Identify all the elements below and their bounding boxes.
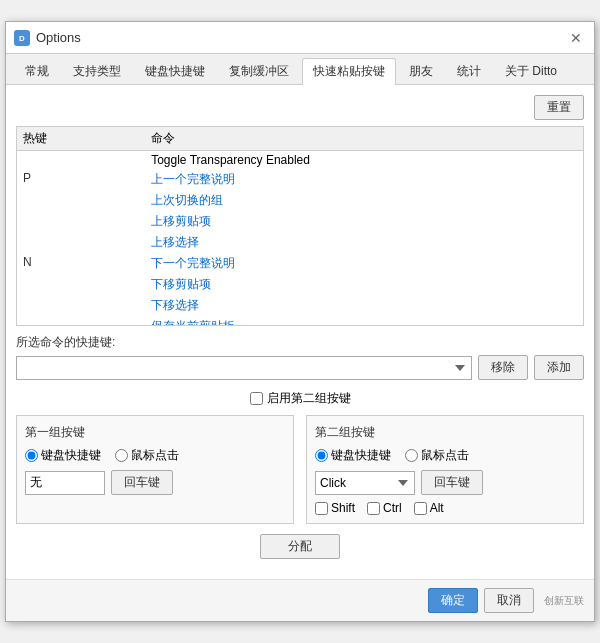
group2-enter-button[interactable]: 回车键 [421,470,483,495]
main-window: D Options ✕ 常规 支持类型 键盘快捷键 复制缓冲区 快速粘贴按键 朋… [5,21,595,622]
shortcut-row: 移除 添加 [16,355,584,380]
hotkey-table: 热键 命令 Toggle Transparency EnabledP上一个完整说… [17,127,583,326]
group1-radio-row: 键盘快捷键 鼠标点击 [25,447,285,464]
title-bar: D Options ✕ [6,22,594,54]
group1-radio-keyboard[interactable]: 键盘快捷键 [25,447,101,464]
selected-shortcut-label: 所选命令的快捷键: [16,334,584,351]
table-row[interactable]: P上一个完整说明 [17,169,583,190]
reset-button[interactable]: 重置 [534,95,584,120]
tab-copy-buffer[interactable]: 复制缓冲区 [218,58,300,84]
hotkey-cell [17,274,145,295]
group2-alt-text: Alt [430,501,444,515]
group1-radio-keyboard-input[interactable] [25,449,38,462]
group2-keyboard-label: 键盘快捷键 [331,447,391,464]
group1-enter-button[interactable]: 回车键 [111,470,173,495]
hotkey-cell: N [17,253,145,274]
assign-row: 分配 [16,534,584,559]
tab-support-types[interactable]: 支持类型 [62,58,132,84]
hotkey-table-container[interactable]: 热键 命令 Toggle Transparency EnabledP上一个完整说… [16,126,584,326]
group1-input-row: 回车键 [25,470,285,495]
group2-shift-checkbox[interactable] [315,502,328,515]
command-cell: 上移选择 [145,232,583,253]
assign-button[interactable]: 分配 [260,534,340,559]
enable-second-group-label[interactable]: 启用第二组按键 [267,390,351,407]
group2-ctrl-text: Ctrl [383,501,402,515]
group2-shift-text: Shift [331,501,355,515]
hotkey-cell [17,295,145,316]
command-cell: 上一个完整说明 [145,169,583,190]
tab-about[interactable]: 关于 Ditto [494,58,568,84]
tab-keyboard-shortcuts[interactable]: 键盘快捷键 [134,58,216,84]
group2-box: 第二组按键 键盘快捷键 鼠标点击 Click 回车键 [306,415,584,524]
group1-radio-mouse-input[interactable] [115,449,128,462]
cancel-button[interactable]: 取消 [484,588,534,613]
group2-alt-label[interactable]: Alt [414,501,444,515]
tab-quick-paste[interactable]: 快速粘贴按键 [302,58,396,85]
group1-title: 第一组按键 [25,424,285,441]
shortcut-select[interactable] [16,356,472,380]
col-header-command: 命令 [145,127,583,151]
table-row[interactable]: 上移剪贴项 [17,211,583,232]
remove-button[interactable]: 移除 [478,355,528,380]
hotkey-cell: P [17,169,145,190]
command-cell: 下移选择 [145,295,583,316]
tab-friends[interactable]: 朋友 [398,58,444,84]
col-header-hotkey: 热键 [17,127,145,151]
command-cell: 下一个完整说明 [145,253,583,274]
command-cell: 下移剪贴项 [145,274,583,295]
toolbar-row: 重置 [16,95,584,120]
hotkey-cell [17,151,145,170]
group1-radio-mouse[interactable]: 鼠标点击 [115,447,179,464]
table-row[interactable]: Toggle Transparency Enabled [17,151,583,170]
command-cell: 上次切换的组 [145,190,583,211]
group2-radio-keyboard[interactable]: 键盘快捷键 [315,447,391,464]
command-cell: Toggle Transparency Enabled [145,151,583,170]
title-bar-left: D Options [14,30,81,46]
tab-content: 重置 热键 命令 Toggle Transparency EnabledP上一个… [6,85,594,579]
hotkey-cell [17,316,145,326]
app-icon: D [14,30,30,46]
group2-radio-row: 键盘快捷键 鼠标点击 [315,447,575,464]
group2-checkboxes: Shift Ctrl Alt [315,501,575,515]
hotkey-cell [17,232,145,253]
command-cell: 保存当前剪贴板 [145,316,583,326]
window-title: Options [36,30,81,45]
table-row[interactable]: 上移选择 [17,232,583,253]
table-row[interactable]: 保存当前剪贴板 [17,316,583,326]
table-row[interactable]: 上次切换的组 [17,190,583,211]
group1-box: 第一组按键 键盘快捷键 鼠标点击 回车键 [16,415,294,524]
svg-text:D: D [19,34,25,43]
hotkey-cell [17,190,145,211]
tab-stats[interactable]: 统计 [446,58,492,84]
group2-ctrl-checkbox[interactable] [367,502,380,515]
hotkey-cell [17,211,145,232]
table-row[interactable]: 下移选择 [17,295,583,316]
ok-button[interactable]: 确定 [428,588,478,613]
group2-title: 第二组按键 [315,424,575,441]
tab-general[interactable]: 常规 [14,58,60,84]
group2-alt-checkbox[interactable] [414,502,427,515]
group2-radio-keyboard-input[interactable] [315,449,328,462]
group2-radio-mouse-input[interactable] [405,449,418,462]
groups-container: 第一组按键 键盘快捷键 鼠标点击 回车键 [16,415,584,524]
tab-bar: 常规 支持类型 键盘快捷键 复制缓冲区 快速粘贴按键 朋友 统计 关于 Ditt… [6,54,594,85]
group1-keyboard-label: 键盘快捷键 [41,447,101,464]
group2-shift-label[interactable]: Shift [315,501,355,515]
table-row[interactable]: 下移剪贴项 [17,274,583,295]
close-button[interactable]: ✕ [566,28,586,48]
group2-mouse-label: 鼠标点击 [421,447,469,464]
add-button[interactable]: 添加 [534,355,584,380]
group2-ctrl-label[interactable]: Ctrl [367,501,402,515]
group1-mouse-label: 鼠标点击 [131,447,179,464]
group2-input-row: Click 回车键 [315,470,575,495]
watermark-text: 创新互联 [544,594,584,608]
group2-radio-mouse[interactable]: 鼠标点击 [405,447,469,464]
group2-dropdown[interactable]: Click [315,471,415,495]
table-row[interactable]: N下一个完整说明 [17,253,583,274]
command-cell: 上移剪贴项 [145,211,583,232]
group1-key-input[interactable] [25,471,105,495]
bottom-bar: 确定 取消 创新互联 [6,579,594,621]
enable-second-group-checkbox[interactable] [250,392,263,405]
enable-second-group-row: 启用第二组按键 [16,390,584,407]
